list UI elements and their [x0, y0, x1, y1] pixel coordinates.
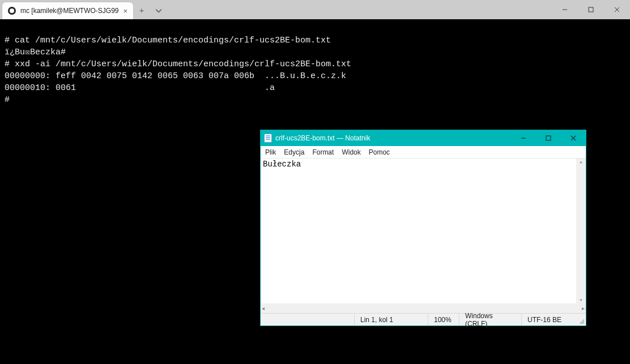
maximize-button[interactable] [578, 0, 604, 19]
scroll-left-icon[interactable]: ◂ [262, 305, 265, 311]
scroll-down-icon[interactable]: ▾ [579, 297, 582, 303]
tab-dropdown-button[interactable] [150, 2, 167, 19]
notepad-titlebar[interactable]: crlf-ucs2BE-bom.txt — Notatnik [261, 130, 586, 146]
tux-icon [8, 7, 16, 15]
tab-close-icon[interactable]: × [124, 7, 128, 15]
status-line-ending: Windows (CRLF) [459, 314, 521, 326]
scroll-right-icon[interactable]: ▸ [582, 305, 585, 311]
status-position: Lin 1, kol 1 [354, 314, 428, 326]
terminal-line: 00000000: feff 0042 0075 0142 0065 0063 … [5, 71, 346, 81]
status-zoom: 100% [428, 314, 459, 326]
svg-point-8 [583, 319, 584, 320]
notepad-maximize-button[interactable] [536, 130, 561, 146]
notepad-close-button[interactable] [561, 130, 586, 146]
terminal-line: ï¿Bu☒Beczka# [5, 48, 66, 57]
svg-point-15 [581, 323, 582, 324]
menu-format[interactable]: Format [312, 148, 334, 156]
menu-help[interactable]: Pomoc [369, 148, 390, 156]
svg-point-10 [583, 320, 584, 322]
terminal-line: # cat /mnt/c/Users/wielk/Documents/encod… [5, 36, 331, 45]
vertical-scrollbar[interactable]: ▴ ▾ [576, 159, 586, 303]
scroll-up-icon[interactable]: ▴ [579, 159, 582, 165]
notepad-menubar: Plik Edycja Format Widok Pomoc [261, 146, 586, 159]
notepad-statusbar: Lin 1, kol 1 100% Windows (CRLF) UTF-16 … [261, 313, 586, 326]
minimize-button[interactable] [552, 0, 578, 19]
terminal-system-buttons [552, 0, 630, 19]
svg-rect-5 [546, 136, 551, 140]
notepad-content: Bułeczka [263, 160, 301, 169]
resize-grip-icon[interactable] [578, 314, 586, 326]
horizontal-scrollbar[interactable]: ◂ ▸ [261, 303, 586, 313]
menu-edit[interactable]: Edycja [284, 148, 304, 156]
svg-point-17 [583, 323, 584, 324]
terminal-line: # [5, 95, 10, 105]
svg-point-13 [583, 322, 584, 323]
notepad-title: crlf-ucs2BE-bom.txt — Notatnik [275, 134, 370, 142]
status-empty [261, 314, 354, 326]
terminal-tab[interactable]: mc [kamilek@MEWTWO-SJG99 × [2, 2, 133, 19]
svg-point-11 [581, 322, 582, 323]
notepad-window: crlf-ucs2BE-bom.txt — Notatnik Plik Edyc… [260, 130, 586, 326]
notepad-minimize-button[interactable] [511, 130, 536, 146]
terminal-tab-title: mc [kamilek@MEWTWO-SJG99 [20, 7, 119, 15]
terminal-line: # xxd -ai /mnt/c/Users/wielk/Documents/e… [5, 59, 351, 69]
svg-point-14 [580, 323, 581, 324]
close-button[interactable] [604, 0, 630, 19]
svg-point-16 [582, 323, 583, 324]
notepad-text-area[interactable]: Bułeczka ▴ ▾ [261, 159, 586, 303]
status-encoding: UTF-16 BE [521, 314, 578, 326]
terminal-titlebar: mc [kamilek@MEWTWO-SJG99 × ＋ [0, 0, 630, 19]
notepad-icon [264, 134, 272, 143]
menu-file[interactable]: Plik [265, 148, 276, 156]
new-tab-button[interactable]: ＋ [133, 2, 150, 19]
svg-point-9 [582, 320, 583, 322]
menu-view[interactable]: Widok [342, 148, 360, 156]
terminal-line: 00000010: 0061 .a [5, 83, 275, 93]
svg-rect-1 [589, 7, 593, 12]
svg-point-12 [582, 322, 583, 323]
notepad-system-buttons [511, 130, 586, 146]
